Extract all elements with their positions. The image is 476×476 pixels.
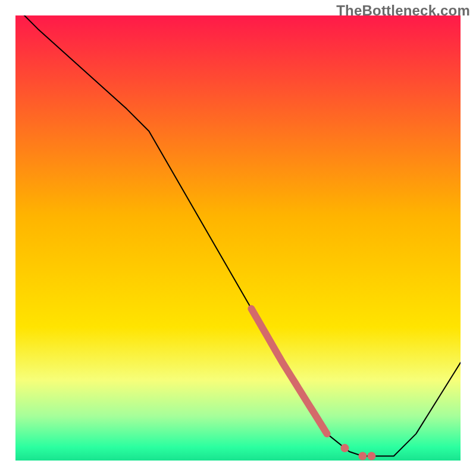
highlight-dot <box>341 444 349 452</box>
plot-svg <box>0 0 476 476</box>
highlight-dot <box>358 452 367 461</box>
gradient-background <box>15 15 461 461</box>
chart-container: TheBottleneck.com <box>0 0 476 476</box>
watermark-label: TheBottleneck.com <box>336 2 470 19</box>
highlight-dot <box>367 452 375 461</box>
